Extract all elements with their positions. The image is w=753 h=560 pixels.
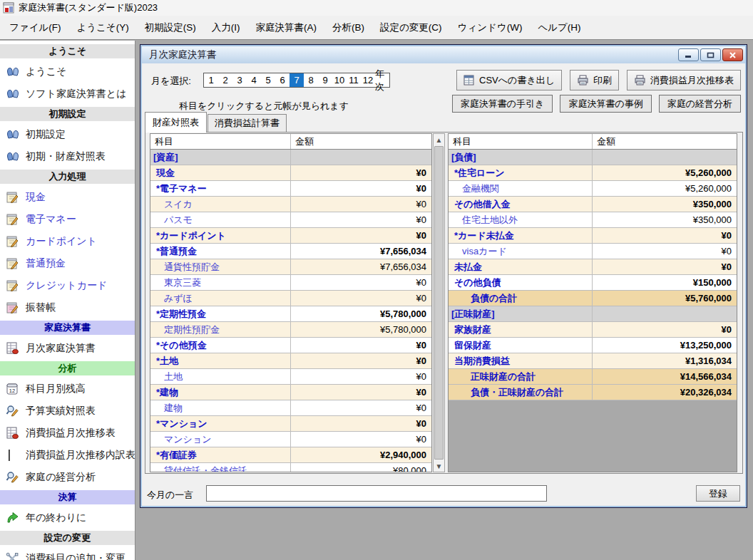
table-row[interactable]: 負債の合計¥5,760,000 <box>449 291 737 306</box>
table-row[interactable]: *その他預金¥0 <box>150 338 431 353</box>
table-row[interactable]: 未払金¥0 <box>449 259 737 275</box>
table-row[interactable]: 負債・正味財産の合計¥20,326,034 <box>449 385 737 400</box>
column-header: 金額 <box>291 134 431 149</box>
sidebar-item[interactable]: 消費損益月次推移内訳表 <box>0 444 135 466</box>
table-row[interactable]: 通貨性預貯金¥7,656,034 <box>150 259 431 275</box>
table-row[interactable]: 現金¥0 <box>150 165 431 181</box>
table-row: [資産] <box>150 150 431 165</box>
table-row[interactable]: 貸付信託・金銭信託¥80,000 <box>150 463 431 472</box>
month-option[interactable]: 10 <box>332 73 347 87</box>
register-button[interactable]: 登録 <box>696 485 740 502</box>
tab-active[interactable]: 財産対照表 <box>145 112 207 133</box>
month-option[interactable]: 6 <box>275 73 290 87</box>
tab[interactable]: 消費損益計算書 <box>208 114 287 132</box>
scroll-thumb[interactable] <box>434 146 444 460</box>
sidebar-item[interactable]: 初期・財産対照表 <box>0 145 135 167</box>
sidebar-item[interactable]: 12科目月別残高 <box>0 378 135 400</box>
table-row[interactable]: 土地¥0 <box>150 369 431 385</box>
table-row[interactable]: 正味財産の合計¥14,566,034 <box>449 369 737 385</box>
help-button[interactable]: 家庭決算書の事例 <box>560 95 651 113</box>
month-option[interactable]: 11 <box>347 73 361 87</box>
menu-item[interactable]: 家庭決算書(A) <box>248 19 325 37</box>
menu-item[interactable]: ヘルプ(H) <box>530 19 588 37</box>
sidebar-item[interactable]: 月次家庭決算書 <box>0 337 135 359</box>
scroll-down-icon[interactable]: ▼ <box>434 460 444 472</box>
sidebar-item[interactable]: 予算実績対照表 <box>0 400 135 422</box>
table-row[interactable]: *建物¥0 <box>150 385 431 400</box>
menu-item[interactable]: 入力(I) <box>204 19 248 37</box>
table-row[interactable]: *定期性預金¥5,780,000 <box>150 306 431 322</box>
table-row[interactable]: *普通預金¥7,656,034 <box>150 244 431 259</box>
table-row[interactable]: *電子マネー¥0 <box>150 181 431 197</box>
window-titlebar[interactable]: 月次家庭決算書 <box>142 46 745 63</box>
sidebar-item[interactable]: ソフト家庭決算書とは <box>0 83 135 105</box>
table-row[interactable]: 建物¥0 <box>150 400 431 416</box>
sidebar-item[interactable]: 消費科目の追加・変更 <box>0 547 135 560</box>
maximize-button[interactable] <box>700 48 721 61</box>
assets-table-scrollbar[interactable]: ▲ ▼ <box>433 133 445 472</box>
table-row[interactable]: *カードポイント¥0 <box>150 228 431 244</box>
close-button[interactable] <box>722 48 743 61</box>
menu-item[interactable]: ようこそ(Y) <box>69 19 137 37</box>
month-option[interactable]: 9 <box>318 73 332 87</box>
row-label: 貸付信託・金銭信託 <box>150 463 291 472</box>
toolbar-button[interactable]: 印刷 <box>570 70 619 90</box>
calendar-icon: 12 <box>6 383 20 395</box>
menu-item[interactable]: 分析(B) <box>324 19 372 37</box>
table-row[interactable]: *有価証券¥2,940,000 <box>150 447 431 463</box>
table-row[interactable]: 東京三菱¥0 <box>150 275 431 291</box>
table-row[interactable]: 定期性預貯金¥5,780,000 <box>150 322 431 338</box>
table-row[interactable]: その他負債¥150,000 <box>449 275 737 291</box>
scroll-up-icon[interactable]: ▲ <box>434 134 444 145</box>
month-selector[interactable]: 123456789101112年次 <box>203 73 390 88</box>
table-row[interactable]: *マンション¥0 <box>150 416 431 432</box>
table-row[interactable]: *カード未払金¥0 <box>449 228 737 244</box>
sidebar-item[interactable]: 家庭の経営分析 <box>0 466 135 488</box>
month-option[interactable]: 3 <box>232 73 247 87</box>
sidebar-item[interactable]: カードポイント <box>0 230 135 252</box>
table-row[interactable]: スイカ¥0 <box>150 197 431 212</box>
menu-item[interactable]: 初期設定(S) <box>137 19 204 37</box>
month-option[interactable]: 2 <box>218 73 232 87</box>
sidebar-item[interactable]: 消費損益月次推移表 <box>0 422 135 444</box>
month-option[interactable]: 4 <box>247 73 261 87</box>
month-option[interactable]: 1 <box>204 73 218 87</box>
sidebar-item[interactable]: 年の終わりに <box>0 507 135 529</box>
month-option-selected[interactable]: 7 <box>290 73 304 87</box>
sidebar-item[interactable]: 初期設定 <box>0 123 135 145</box>
sidebar-item[interactable]: 普通預金 <box>0 252 135 274</box>
toolbar-button[interactable]: 消費損益月次推移表 <box>627 70 741 90</box>
table-row[interactable]: 住宅土地以外¥350,000 <box>449 212 737 228</box>
table-row[interactable]: マンション¥0 <box>150 432 431 447</box>
table-row[interactable]: 家族財産¥0 <box>449 322 737 338</box>
table-row[interactable]: 留保財産¥13,250,000 <box>449 338 737 353</box>
table-row[interactable]: 金融機関¥5,260,000 <box>449 181 737 197</box>
table-row[interactable]: *土地¥0 <box>150 353 431 369</box>
csv-icon <box>463 75 475 85</box>
table-row[interactable]: *住宅ローン¥5,260,000 <box>449 165 737 181</box>
menu-item[interactable]: ウィンドウ(W) <box>450 19 531 37</box>
sidebar-item[interactable]: 電子マネー <box>0 208 135 230</box>
sidebar-item[interactable]: ようこそ <box>0 61 135 83</box>
table-row[interactable]: visaカード¥0 <box>449 244 737 259</box>
menu-item[interactable]: ファイル(F) <box>1 19 69 37</box>
report-icon <box>6 427 20 440</box>
minimize-button[interactable] <box>678 48 699 61</box>
row-value: ¥350,000 <box>593 212 737 227</box>
help-button[interactable]: 家庭決算書の手引き <box>452 95 553 113</box>
monthly-comment-input[interactable] <box>206 485 547 502</box>
menu-item[interactable]: 設定の変更(C) <box>372 19 450 37</box>
help-button[interactable]: 家庭の経営分析 <box>659 95 741 113</box>
table-row[interactable]: みずほ¥0 <box>150 291 431 306</box>
month-option[interactable]: 年次 <box>375 73 389 87</box>
month-option[interactable]: 5 <box>261 73 275 87</box>
table-row[interactable]: パスモ¥0 <box>150 212 431 228</box>
table-row[interactable]: その他借入金¥350,000 <box>449 197 737 212</box>
month-option[interactable]: 12 <box>361 73 375 87</box>
toolbar-button[interactable]: CSVへの書き出し <box>456 70 562 90</box>
sidebar-item[interactable]: クレジットカード <box>0 274 135 296</box>
sidebar-item[interactable]: 振替帳 <box>0 296 135 318</box>
month-option[interactable]: 8 <box>304 73 318 87</box>
table-row[interactable]: 当期消費損益¥1,316,034 <box>449 353 737 369</box>
sidebar-item[interactable]: 現金 <box>0 186 135 208</box>
